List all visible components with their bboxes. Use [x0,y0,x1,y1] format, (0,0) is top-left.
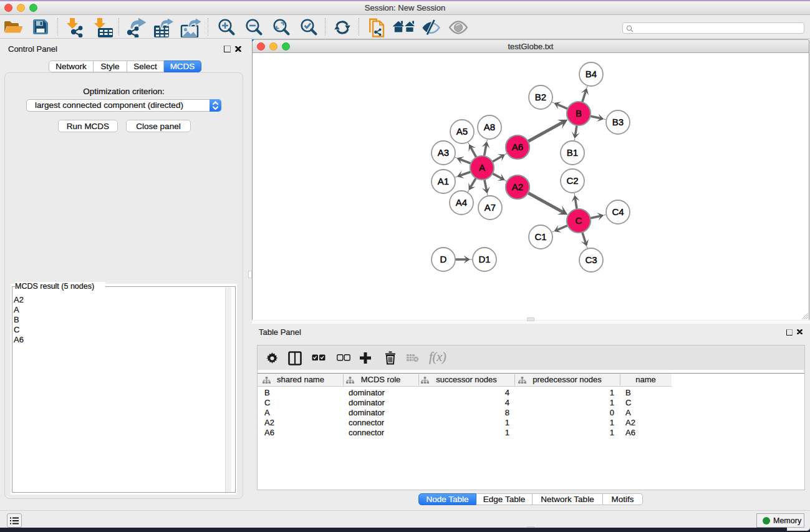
svg-text:A4: A4 [456,197,467,208]
svg-text:C1: C1 [534,231,546,242]
svg-text:C3: C3 [585,254,597,265]
svg-text:A6: A6 [512,142,523,152]
svg-text:A7: A7 [485,202,496,213]
svg-text:C: C [576,215,582,226]
svg-text:D1: D1 [478,254,490,264]
svg-text:B3: B3 [612,117,624,127]
svg-text:A1: A1 [438,176,449,186]
svg-text:A3: A3 [438,147,449,158]
svg-text:B4: B4 [586,69,597,79]
svg-text:B: B [576,108,582,118]
svg-text:A5: A5 [456,126,468,137]
svg-text:A: A [479,162,485,173]
svg-text:D: D [440,254,447,264]
svg-text:C2: C2 [566,175,578,186]
svg-text:B2: B2 [535,92,546,102]
svg-text:A2: A2 [512,181,523,192]
svg-text:A8: A8 [484,122,495,132]
svg-text:C4: C4 [612,206,624,217]
svg-text:B1: B1 [567,147,578,158]
